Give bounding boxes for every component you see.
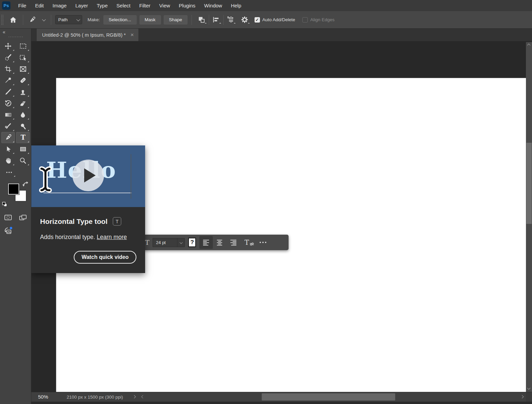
font-size-dropdown[interactable]: [177, 238, 185, 247]
menu-view[interactable]: View: [155, 0, 174, 11]
workspace: Untitled-2 @ 50% ( m Ipsum, RGB/8) * × t…: [31, 29, 532, 404]
photoshop-logo[interactable]: Ps: [2, 1, 10, 10]
path-selection-tool[interactable]: [1, 143, 15, 155]
zoom-tool[interactable]: [16, 155, 30, 166]
menu-select[interactable]: Select: [112, 0, 135, 11]
gear-icon[interactable]: [239, 14, 251, 26]
watch-quick-video-button[interactable]: Watch quick video: [74, 251, 136, 264]
menu-type[interactable]: Type: [92, 0, 112, 11]
move-tool[interactable]: [1, 40, 15, 52]
scroll-left-icon[interactable]: [141, 395, 145, 399]
hand-tool[interactable]: [1, 155, 15, 166]
history-brush-tool[interactable]: [1, 98, 15, 109]
swap-colors-icon[interactable]: [22, 181, 29, 189]
text-baseline-line: [43, 193, 132, 193]
clone-stamp-tool[interactable]: [16, 86, 30, 97]
menu-file[interactable]: File: [14, 0, 31, 11]
more-options-icon[interactable]: [260, 242, 266, 243]
horizontal-scrollbar[interactable]: [147, 392, 517, 402]
align-right-button[interactable]: [226, 236, 240, 249]
menu-help[interactable]: Help: [227, 0, 246, 11]
align-edges-checkbox: [302, 17, 308, 23]
make-shape-button[interactable]: Shape: [164, 15, 188, 25]
menu-plugins[interactable]: Plugins: [174, 0, 200, 11]
make-label: Make:: [88, 17, 100, 22]
path-operations-icon[interactable]: [196, 14, 207, 26]
tools-panel: « T: [0, 29, 31, 404]
status-popup-icon[interactable]: [133, 395, 136, 399]
tooltip-description-text: Adds horizontal type.: [40, 234, 95, 240]
blur-tool[interactable]: [16, 109, 30, 120]
type-settings-icon[interactable]: T: [244, 238, 254, 246]
text-color-swatch[interactable]: ?: [188, 238, 196, 247]
flyout-arrow: [248, 23, 250, 25]
align-center-button[interactable]: [213, 236, 226, 249]
pen-preset-chevron[interactable]: [40, 14, 47, 26]
eyedropper-tool[interactable]: [1, 75, 15, 86]
mixer-brush-tool[interactable]: [1, 121, 15, 132]
canvas-area[interactable]: tT 24 pt ? T Hello: [31, 41, 532, 392]
menu-image[interactable]: Image: [48, 0, 71, 11]
make-selection-button[interactable]: Selection...: [103, 15, 137, 25]
tool-video-thumbnail[interactable]: Hello: [31, 145, 145, 207]
menu-bar: Ps FileEditImageLayerTypeSelectFilterVie…: [0, 0, 532, 11]
frame-tool[interactable]: [16, 63, 30, 74]
scroll-down-icon[interactable]: [527, 386, 531, 390]
path-alignment-icon[interactable]: [210, 14, 222, 26]
menu-layer[interactable]: Layer: [71, 0, 93, 11]
learn-more-link[interactable]: Learn more: [97, 234, 127, 240]
align-edges-option: Align Edges: [302, 17, 334, 23]
menu-filter[interactable]: Filter: [135, 0, 155, 11]
crop-tool[interactable]: [1, 63, 15, 74]
photoshop-window: Ps FileEditImageLayerTypeSelectFilterVie…: [0, 0, 532, 404]
spot-healing-brush-tool[interactable]: [16, 75, 30, 86]
marquee-tool[interactable]: [16, 40, 30, 52]
home-button[interactable]: [7, 14, 19, 26]
flyout-arrow: [219, 23, 221, 25]
pen-tool[interactable]: [1, 132, 15, 143]
object-selection-tool[interactable]: [16, 52, 30, 63]
brush-tool[interactable]: [1, 86, 15, 97]
panel-grip-handle[interactable]: [8, 36, 23, 38]
play-button[interactable]: [72, 160, 104, 191]
scroll-right-icon[interactable]: [521, 395, 524, 399]
font-size-field[interactable]: 24 pt: [153, 238, 185, 247]
vertical-scrollbar[interactable]: [526, 42, 532, 392]
auto-add-delete-option[interactable]: ✓ Auto Add/Delete: [255, 17, 295, 23]
text-caret-line: [131, 154, 131, 199]
menu-window[interactable]: Window: [200, 0, 226, 11]
make-mask-button[interactable]: Mask: [139, 15, 161, 25]
options-grip-handle[interactable]: [1, 15, 3, 25]
menu-edit[interactable]: Edit: [31, 0, 48, 11]
tooltip-title: Horizontal Type tool: [40, 217, 107, 226]
auto-add-delete-checkbox[interactable]: ✓: [255, 17, 260, 23]
collapse-panel-button[interactable]: «: [3, 29, 5, 35]
tool-mode-select[interactable]: Path: [55, 15, 82, 24]
rectangle-tool[interactable]: [16, 143, 30, 155]
scroll-up-icon[interactable]: [527, 44, 531, 47]
type-tool[interactable]: T: [16, 132, 30, 143]
quick-mask-button[interactable]: [1, 212, 15, 223]
align-left-button[interactable]: [199, 236, 213, 249]
separator: [192, 15, 192, 25]
tools-grid: T: [0, 40, 31, 166]
shortcut-key-badge: T: [113, 217, 121, 226]
horizontal-scroll-thumb[interactable]: [262, 393, 395, 401]
zoom-level-value[interactable]: 50%: [38, 394, 48, 400]
close-tab-icon[interactable]: ×: [130, 32, 134, 38]
type-options-floating-bar: tT 24 pt ? T: [143, 235, 289, 250]
screen-mode-button[interactable]: [16, 212, 30, 223]
path-arrangement-icon[interactable]: [225, 14, 236, 26]
update-image-notification-icon[interactable]: [1, 225, 15, 236]
gradient-tool[interactable]: [1, 109, 15, 120]
pen-tool-preset-button[interactable]: [27, 14, 37, 26]
edit-toolbar-button[interactable]: [2, 167, 16, 177]
separator: [223, 15, 224, 25]
eraser-tool[interactable]: [16, 98, 30, 109]
vertical-scroll-thumb[interactable]: [526, 143, 532, 224]
foreground-color-swatch[interactable]: [8, 183, 19, 195]
quick-selection-tool[interactable]: [1, 52, 15, 63]
document-tab[interactable]: Untitled-2 @ 50% ( m Ipsum, RGB/8) * ×: [37, 29, 138, 41]
dodge-tool[interactable]: [16, 121, 30, 132]
default-colors-icon[interactable]: [2, 202, 7, 208]
